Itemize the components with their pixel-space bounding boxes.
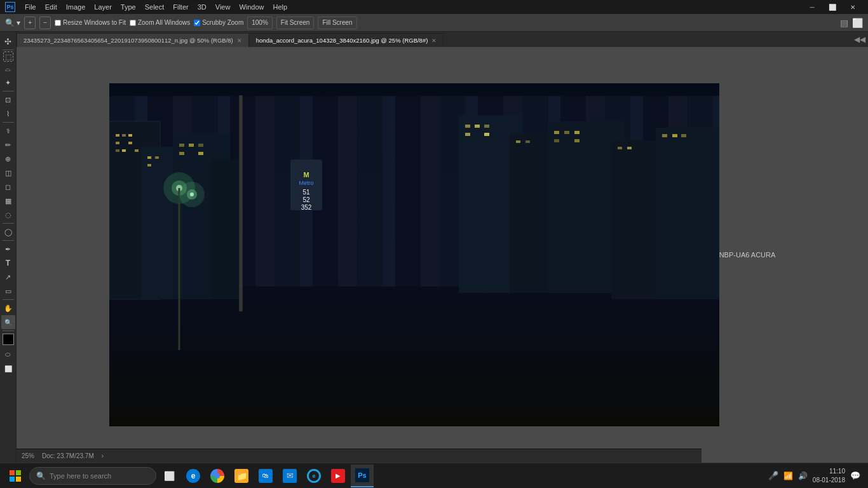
menu-select[interactable]: Select [140, 0, 169, 14]
menu-view[interactable]: View [211, 0, 235, 14]
collapse-panel-button[interactable]: ◀◀ [854, 35, 865, 44]
svg-rect-18 [155, 156, 159, 159]
taskbar-explorer-icon[interactable]: 📁 [230, 464, 253, 487]
clock: 11:10 08-01-2018 [813, 467, 845, 485]
close-tab-2-icon[interactable]: ✕ [431, 37, 437, 44]
menu-type[interactable]: Type [116, 0, 140, 14]
minimize-button[interactable]: ─ [802, 0, 822, 14]
taskbar-ps-icon[interactable]: Ps [351, 464, 374, 487]
svg-rect-10 [122, 134, 126, 137]
magic-wand-tool[interactable]: ✦ [1, 76, 15, 90]
zoom-percent-button[interactable]: 100% [247, 17, 273, 29]
heal-tool[interactable]: ⚕ [1, 124, 15, 138]
volume-icon[interactable]: 🔊 [798, 471, 808, 480]
scrubby-zoom-checkbox[interactable]: Scrubby Zoom [194, 19, 243, 26]
svg-rect-58 [16, 477, 21, 482]
fit-screen-button[interactable]: Fit Screen [276, 17, 315, 29]
crop-tool[interactable]: ⊡ [1, 93, 15, 107]
search-icon: 🔍 [36, 471, 46, 480]
taskbar-media-icon[interactable]: ▶ [327, 464, 349, 487]
taskbar-store-icon[interactable]: 🛍 [254, 464, 277, 487]
close-button[interactable]: ✕ [843, 0, 863, 14]
path-select-tool[interactable]: ↗ [1, 270, 15, 284]
svg-rect-16 [135, 149, 139, 152]
notification-icon[interactable]: 💬 [850, 471, 860, 480]
network-icon[interactable]: 📶 [783, 471, 793, 480]
dodge-tool[interactable]: ◯ [1, 225, 15, 239]
microphone-icon[interactable]: 🎤 [768, 471, 778, 480]
svg-rect-39 [662, 134, 667, 137]
svg-rect-57 [10, 477, 15, 482]
svg-rect-25 [465, 125, 470, 128]
type-tool[interactable]: T [1, 256, 15, 270]
svg-rect-23 [179, 152, 184, 155]
workspace-button[interactable]: ⬜ [852, 18, 863, 28]
hand-tool[interactable]: ✋ [1, 301, 15, 315]
menu-bar: File Edit Image Layer Type Select Filter… [20, 0, 802, 14]
taskbar-chrome-icon[interactable] [206, 464, 229, 487]
marquee-tool[interactable]: ⬚ [3, 51, 13, 62]
tab-strip: 23435273_2234876563405654_22019107395080… [17, 32, 868, 47]
fill-screen-button[interactable]: Fill Screen [318, 17, 356, 29]
svg-text:52: 52 [302, 196, 310, 203]
panel-toggle-button[interactable]: ▤ [840, 18, 848, 28]
svg-rect-37 [618, 147, 622, 149]
history-tool[interactable]: ◫ [1, 166, 15, 180]
status-arrow[interactable]: › [102, 452, 104, 459]
menu-image[interactable]: Image [62, 0, 90, 14]
zoom-tool[interactable]: 🔍 [1, 315, 15, 329]
taskbar-edge-icon[interactable]: e [182, 464, 205, 487]
svg-rect-29 [484, 133, 489, 136]
document-info: Doc: 23.7M/23.7M [42, 452, 94, 459]
shape-tool[interactable]: ▭ [1, 284, 15, 298]
svg-rect-22 [198, 144, 203, 147]
maximize-button[interactable]: ⬜ [822, 0, 843, 14]
canvas-scroll[interactable]: M Metro 51 52 352 [17, 47, 868, 463]
zoom-in-button[interactable]: + [24, 17, 36, 29]
menu-filter[interactable]: Filter [168, 0, 193, 14]
system-tray: 🎤 📶 🔊 11:10 08-01-2018 💬 [763, 467, 865, 485]
close-tab-1-icon[interactable]: ✕ [237, 37, 242, 44]
menu-3d[interactable]: 3D [193, 0, 211, 14]
menu-help[interactable]: Help [269, 0, 292, 14]
svg-rect-38 [627, 147, 632, 149]
start-button[interactable] [3, 463, 28, 489]
eyedropper-tool[interactable]: ⌇ [1, 107, 15, 121]
svg-rect-32 [554, 131, 559, 134]
menu-file[interactable]: File [20, 0, 41, 14]
zoom-out-button[interactable]: − [39, 17, 51, 29]
left-toolbar: ✣ ⬚ ⌓ ✦ ⊡ ⌇ ⚕ ✏ ⊕ ◫ ◻ ▦ ◌ ◯ ✒ T ↗ ▭ ✋ 🔍 … [0, 32, 17, 463]
foreground-color[interactable] [3, 334, 14, 345]
resize-windows-checkbox[interactable]: Resize Windows to Fit [55, 19, 126, 26]
menu-edit[interactable]: Edit [41, 0, 62, 14]
cortana-search[interactable]: 🔍 Type here to search [29, 467, 156, 485]
taskbar-ie-icon[interactable]: e [302, 464, 325, 487]
tab-1[interactable]: 23435273_2234876563405654_22019107395080… [17, 33, 249, 47]
move-tool[interactable]: ✣ [1, 34, 15, 48]
zoom-all-windows-checkbox[interactable]: Zoom All Windows [130, 19, 190, 26]
status-bar: 25% Doc: 23.7M/23.7M › [17, 449, 702, 463]
svg-rect-15 [122, 149, 126, 152]
app-logo: Ps [5, 2, 15, 12]
pen-tool[interactable]: ✒ [1, 242, 15, 256]
screen-mode-btn[interactable]: ⬜ [1, 362, 15, 376]
mask-btn[interactable]: ⬭ [1, 348, 15, 362]
clone-tool[interactable]: ⊕ [1, 152, 15, 166]
svg-rect-40 [672, 134, 677, 137]
eraser-tool[interactable]: ◻ [1, 180, 15, 194]
lasso-tool[interactable]: ⌓ [1, 62, 15, 76]
svg-rect-56 [16, 470, 21, 475]
blur-tool[interactable]: ◌ [1, 208, 15, 222]
gradient-tool[interactable]: ▦ [1, 194, 15, 208]
menu-layer[interactable]: Layer [90, 0, 116, 14]
options-bar: 🔍 ▾ + − Resize Windows to Fit Zoom All W… [0, 14, 868, 32]
svg-text:51: 51 [302, 189, 310, 196]
svg-rect-11 [128, 134, 132, 137]
task-view-button[interactable]: ⬜ [158, 464, 180, 487]
brush-tool[interactable]: ✏ [1, 138, 15, 152]
menu-window[interactable]: Window [234, 0, 268, 14]
taskbar-mail-icon[interactable]: ✉ [278, 464, 301, 487]
svg-rect-28 [465, 133, 470, 136]
tab-2[interactable]: honda_accord_acura_104328_3840x2160.jpg … [249, 33, 444, 47]
svg-rect-35 [554, 139, 559, 142]
